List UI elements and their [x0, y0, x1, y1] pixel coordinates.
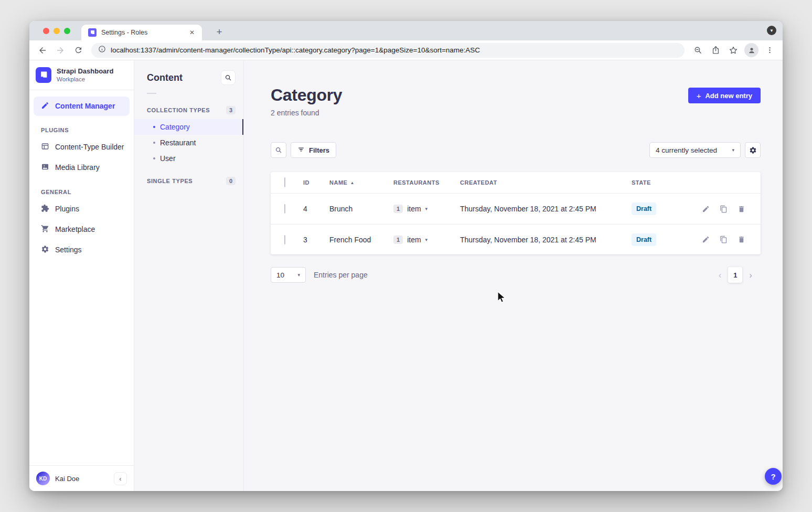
- filters-label: Filters: [309, 146, 329, 154]
- table-settings-button[interactable]: [745, 142, 761, 158]
- cell-state: Draft: [632, 233, 697, 246]
- layout-icon: [41, 142, 49, 152]
- sidebar-item-label: Media Library: [55, 163, 100, 172]
- single-types-label: SINGLE TYPES: [147, 178, 193, 184]
- page-title: Category: [271, 86, 342, 105]
- main-sidebar: Strapi Dashboard Workplace Content Manag…: [29, 60, 134, 491]
- subnav-item-category[interactable]: Category: [134, 119, 243, 135]
- entries-count: 2 entries found: [271, 109, 342, 117]
- sidebar-item-plugins[interactable]: Plugins: [29, 199, 134, 219]
- help-button[interactable]: ?: [765, 468, 782, 485]
- reload-button[interactable]: [70, 42, 86, 58]
- filters-button[interactable]: Filters: [291, 142, 336, 158]
- edit-row-button[interactable]: [701, 235, 710, 244]
- general-section-header: GENERAL: [29, 178, 134, 199]
- entries-per-page-label: Entries per page: [314, 271, 368, 279]
- pencil-write-icon: [41, 101, 49, 111]
- sidebar-item-content-manager[interactable]: Content Manager: [34, 97, 130, 116]
- puzzle-icon: [41, 204, 49, 214]
- row-checkbox[interactable]: [284, 204, 285, 214]
- address-bar[interactable]: localhost:1337/admin/content-manager/col…: [91, 43, 685, 58]
- sidebar-item-label: Settings: [55, 246, 82, 254]
- content-subnav: Content COLLECTION TYPES 3 Category Rest…: [134, 60, 244, 491]
- subnav-title: Content: [147, 72, 183, 83]
- collection-types-label: COLLECTION TYPES: [147, 107, 210, 113]
- browser-tab-strip: Settings - Roles ✕ + ▼: [29, 21, 783, 40]
- strapi-logo-icon: [36, 67, 51, 83]
- browser-menu-icon[interactable]: [762, 42, 777, 58]
- user-avatar: KD: [36, 472, 50, 485]
- site-info-icon[interactable]: [98, 45, 106, 55]
- edit-row-button[interactable]: [701, 204, 710, 214]
- close-window-button[interactable]: [43, 28, 49, 34]
- page-size-value: 10: [276, 271, 284, 279]
- minimize-window-button[interactable]: [54, 28, 60, 34]
- duplicate-row-button[interactable]: [719, 204, 728, 214]
- chevron-down-icon: ▾: [425, 237, 428, 242]
- page-size-select[interactable]: 10 ▾: [271, 267, 306, 283]
- subnav-item-label: User: [160, 154, 176, 163]
- column-header-id[interactable]: ID: [303, 179, 329, 186]
- column-header-state[interactable]: STATE: [632, 179, 697, 186]
- cell-id: 4: [303, 205, 329, 213]
- delete-row-button[interactable]: [736, 235, 746, 244]
- recording-indicator-icon[interactable]: ▼: [767, 26, 776, 35]
- sidebar-item-marketplace[interactable]: Marketplace: [29, 219, 134, 240]
- cell-restaurants[interactable]: 1 item ▾: [393, 236, 460, 244]
- sidebar-item-label: Content Manager: [55, 102, 115, 110]
- add-new-entry-button[interactable]: + Add new entry: [688, 88, 761, 103]
- draft-status-badge: Draft: [632, 233, 656, 246]
- subnav-item-user[interactable]: User: [134, 151, 243, 166]
- search-button[interactable]: [221, 70, 236, 85]
- cart-icon: [41, 225, 49, 234]
- cell-state: Draft: [632, 202, 697, 215]
- columns-dropdown-value: 4 currently selected: [656, 146, 717, 154]
- main-content: Category 2 entries found + Add new entry: [244, 60, 783, 491]
- cell-restaurants[interactable]: 1 item ▾: [393, 205, 460, 213]
- strapi-favicon-icon: [88, 28, 97, 37]
- subnav-item-label: Category: [160, 123, 190, 131]
- back-button[interactable]: [35, 42, 50, 58]
- relation-label: item: [407, 205, 421, 213]
- maximize-window-button[interactable]: [64, 28, 70, 34]
- row-checkbox[interactable]: [284, 235, 285, 244]
- sidebar-item-content-type-builder[interactable]: Content-Type Builder: [29, 137, 134, 157]
- subnav-item-restaurant[interactable]: Restaurant: [134, 135, 243, 151]
- sidebar-item-settings[interactable]: Settings: [29, 240, 134, 260]
- cell-id: 3: [303, 236, 329, 244]
- browser-tab[interactable]: Settings - Roles ✕: [81, 25, 202, 40]
- column-header-name[interactable]: NAME ▴: [329, 179, 393, 186]
- app-name: Strapi Dashboard: [57, 67, 113, 76]
- new-tab-button[interactable]: +: [212, 25, 227, 39]
- duplicate-row-button[interactable]: [719, 235, 728, 244]
- column-header-name-label: NAME: [329, 179, 347, 186]
- zoom-icon[interactable]: [690, 42, 706, 58]
- bullet-icon: [153, 142, 155, 144]
- column-header-restaurants[interactable]: RESTAURANTS: [393, 179, 460, 186]
- brand[interactable]: Strapi Dashboard Workplace: [29, 60, 134, 90]
- table-row[interactable]: 4 Brunch 1 item ▾ Thursday, November 18,…: [271, 194, 761, 224]
- table-search-button[interactable]: [271, 142, 286, 158]
- chevron-down-icon: ▾: [425, 206, 428, 211]
- page-number-button[interactable]: 1: [728, 267, 742, 283]
- share-icon[interactable]: [708, 42, 723, 58]
- next-page-button[interactable]: ›: [749, 271, 752, 280]
- forward-button[interactable]: [52, 42, 68, 58]
- tab-close-icon[interactable]: ✕: [187, 28, 197, 37]
- columns-visibility-dropdown[interactable]: 4 currently selected ▾: [649, 142, 741, 158]
- column-header-createdat[interactable]: CREATEDAT: [460, 179, 632, 186]
- browser-profile-avatar[interactable]: [744, 43, 758, 57]
- previous-page-button[interactable]: ‹: [719, 271, 722, 280]
- table-row[interactable]: 3 French Food 1 item ▾ Thursday, Novembe…: [271, 224, 761, 254]
- bookmark-star-icon[interactable]: [725, 42, 741, 58]
- strapi-app: Strapi Dashboard Workplace Content Manag…: [29, 60, 783, 491]
- sort-ascending-icon: ▴: [351, 180, 354, 185]
- delete-row-button[interactable]: [736, 204, 746, 214]
- sidebar-item-media-library[interactable]: Media Library: [29, 157, 134, 178]
- subnav-item-label: Restaurant: [160, 138, 196, 147]
- browser-toolbar: localhost:1337/admin/content-manager/col…: [29, 40, 783, 60]
- collapse-sidebar-button[interactable]: ‹: [114, 472, 127, 485]
- sidebar-item-label: Content-Type Builder: [55, 143, 124, 151]
- select-all-checkbox[interactable]: [284, 177, 285, 187]
- plus-icon: +: [697, 92, 701, 100]
